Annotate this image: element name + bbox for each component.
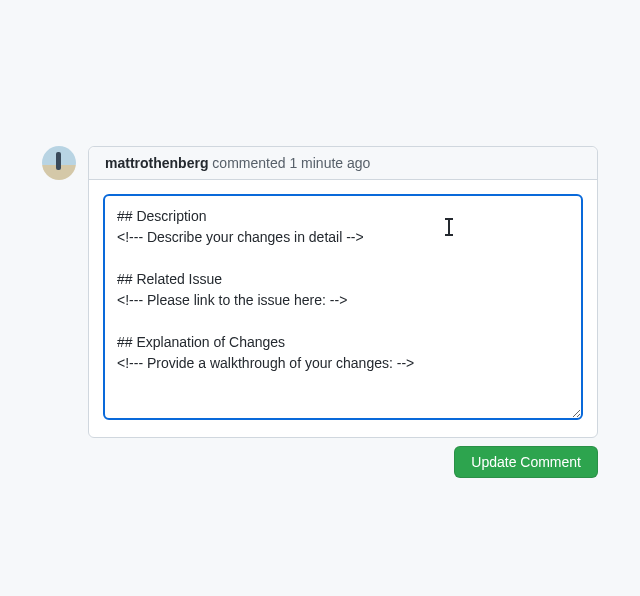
comment-container: mattrothenberg commented 1 minute ago Up… xyxy=(42,146,598,478)
comment-author[interactable]: mattrothenberg xyxy=(105,155,208,171)
avatar[interactable] xyxy=(42,146,76,180)
comment-header: mattrothenberg commented 1 minute ago xyxy=(89,147,597,180)
comment-body xyxy=(89,180,597,437)
comment-actions: Update Comment xyxy=(88,446,598,478)
comment-action: commented xyxy=(212,155,285,171)
comment-editor-textarea[interactable] xyxy=(103,194,583,420)
update-comment-button[interactable]: Update Comment xyxy=(454,446,598,478)
comment-timestamp[interactable]: 1 minute ago xyxy=(289,155,370,171)
comment-box: mattrothenberg commented 1 minute ago xyxy=(88,146,598,438)
